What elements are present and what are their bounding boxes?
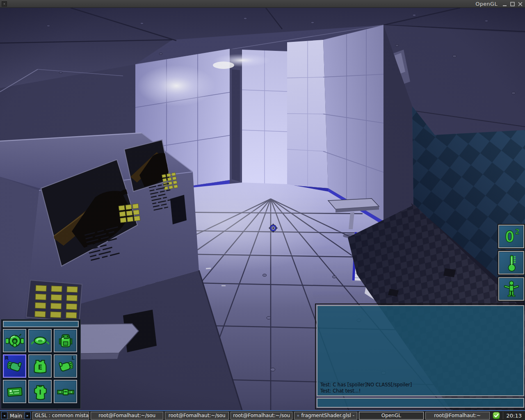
temperature-button[interactable] — [498, 251, 524, 274]
vest-icon: E — [31, 357, 49, 375]
maximize-button[interactable] — [509, 1, 516, 7]
pager-next-button[interactable]: ▸ — [25, 412, 31, 419]
taskbar-window-terminal-2[interactable]: root@Fomalhaut:~/sou — [165, 412, 229, 420]
taskbar-window-firefox[interactable]: GLSL : common mista — [32, 412, 89, 420]
right-hand-label: R — [5, 355, 9, 361]
taskbar-window-opengl[interactable]: OpenGL — [359, 412, 424, 420]
armor-icon: I — [31, 383, 49, 401]
taskbar: ◂ Main ▸ GLSL : common mista root@Fomalh… — [0, 410, 525, 420]
taskbar-window-label: root@Fomalhaut:~/sou — [98, 413, 155, 418]
taskbar-window-label: root@Fomalhaut:~/sou — [169, 413, 226, 418]
status-button-stack: O 2 — [498, 225, 524, 304]
text-editor-icon — [297, 413, 299, 418]
inventory-panel: R E — [1, 319, 81, 409]
game-viewport[interactable]: R E — [0, 8, 525, 410]
taskbar-window-terminal-3[interactable]: root@Fomalhaut:~/sou — [231, 412, 292, 420]
inventory-slot-helmet[interactable] — [3, 329, 26, 352]
inventory-slot-vest[interactable]: E — [28, 354, 52, 378]
inventory-slot-goggles[interactable] — [28, 329, 52, 352]
chat-panel: Test: C has [spoiler]NO CLASS[/spoiler] … — [315, 304, 525, 409]
inventory-grid: R E — [3, 329, 79, 403]
window-controls — [502, 1, 523, 7]
desktop: OpenGL — [0, 0, 525, 420]
backpack-icon — [57, 332, 75, 350]
inventory-slot-left-hand[interactable]: L — [54, 354, 77, 378]
chat-message-area: Test: C has [spoiler]NO CLASS[/spoiler] … — [317, 305, 524, 396]
helmet-icon — [6, 332, 24, 350]
goggles-icon — [31, 332, 49, 350]
taskbar-window-terminal-4[interactable]: root@Fomalhaut:~ — [425, 412, 490, 420]
taskbar-window-label: GLSL : common mista — [35, 413, 89, 418]
window-menu-icon[interactable] — [2, 1, 7, 7]
pager-prev-button[interactable]: ◂ — [1, 412, 7, 419]
vest-letter: E — [38, 364, 42, 371]
inventory-slot-belt[interactable] — [54, 380, 77, 403]
taskbar-window-terminal-1[interactable]: root@Fomalhaut:~/sou — [91, 412, 163, 420]
keycard-icon — [6, 383, 24, 401]
oxygen-label: O — [505, 228, 514, 246]
titlebar[interactable]: OpenGL — [0, 0, 525, 8]
taskbar-window-label: fragmentShader.glsl - — [301, 413, 354, 418]
armor-letter: I — [39, 389, 41, 396]
chat-message: Test: C has [spoiler]NO CLASS[/spoiler] — [320, 382, 520, 388]
minimize-button[interactable] — [502, 1, 508, 7]
oxygen-button[interactable]: O 2 — [498, 225, 524, 248]
inventory-slot-armor[interactable]: I — [28, 380, 52, 403]
oxygen-icon: O 2 — [502, 227, 521, 246]
system-tray — [492, 412, 500, 419]
close-button[interactable] — [517, 1, 523, 7]
pager-desktop-name: Main — [7, 412, 25, 419]
thermometer-icon — [502, 253, 521, 272]
belt-icon — [57, 383, 75, 401]
taskbar-window-editor[interactable]: fragmentShader.glsl - — [294, 412, 357, 420]
taskbar-window-label: root@Fomalhaut:~/sou — [233, 413, 290, 418]
inventory-slot-right-hand[interactable]: R — [3, 354, 26, 378]
inventory-slot-keycard[interactable] — [3, 380, 26, 403]
chat-input[interactable] — [317, 399, 523, 407]
taskbar-window-label: root@Fomalhaut:~ — [434, 413, 481, 418]
body-icon — [502, 280, 521, 299]
chat-input-row — [317, 398, 524, 408]
taskbar-clock[interactable]: 20:13 — [503, 412, 524, 419]
update-check-icon[interactable] — [492, 412, 500, 419]
oxygen-superscript: 2 — [515, 228, 519, 236]
desktop-pager: ◂ Main ▸ — [1, 412, 31, 419]
left-hand-label: L — [71, 355, 75, 361]
inventory-header[interactable] — [3, 321, 79, 327]
body-status-button[interactable] — [498, 277, 524, 301]
window-title: OpenGL — [475, 1, 502, 7]
crosshair-reticle — [269, 224, 278, 233]
chat-message: Test: Chat test...! — [320, 388, 520, 394]
inventory-slot-backpack[interactable] — [54, 329, 77, 352]
taskbar-window-label: OpenGL — [381, 413, 401, 418]
